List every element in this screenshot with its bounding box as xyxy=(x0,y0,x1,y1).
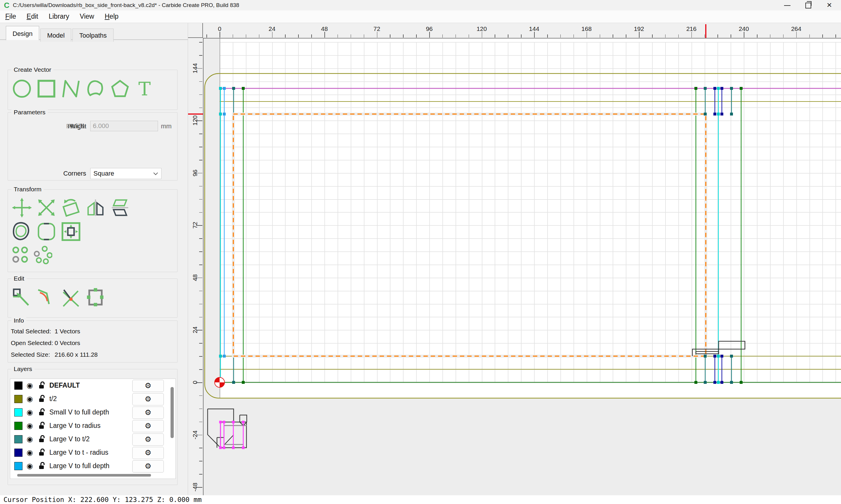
horizontal-ruler: 024487296120144168192216240264 xyxy=(203,23,841,38)
selected-vector-rect[interactable] xyxy=(233,114,706,356)
move-icon[interactable] xyxy=(12,197,32,218)
tab[interactable]: Design xyxy=(6,26,39,40)
parameter-input[interactable] xyxy=(90,121,158,131)
window-title: C:/Users/willa/Downloads/rb_box_side_fro… xyxy=(13,2,239,8)
origin-marker xyxy=(214,377,225,387)
unlock-icon[interactable] xyxy=(38,422,45,431)
layer-settings-button[interactable]: ⚙ xyxy=(132,420,164,432)
design-sidebar: DesignModelToolpaths Create Vector T Par… xyxy=(0,23,188,495)
visibility-eye-icon[interactable]: ◉ xyxy=(27,381,33,389)
corners-dropdown[interactable]: Square xyxy=(90,168,161,179)
visibility-eye-icon[interactable]: ◉ xyxy=(27,435,33,443)
info-row: Total Selected: 1 Vectors xyxy=(11,328,174,340)
status-bar: Cursor Position X: 222.600 Y: 123.275 Z:… xyxy=(0,495,841,504)
tab[interactable]: Model xyxy=(40,29,71,42)
unlock-icon[interactable] xyxy=(38,381,45,390)
scale-icon[interactable] xyxy=(36,197,57,218)
rotate-icon[interactable] xyxy=(61,197,82,218)
gear-icon: ⚙ xyxy=(144,448,151,457)
layer-settings-button[interactable]: ⚙ xyxy=(132,447,164,459)
unlock-icon[interactable] xyxy=(38,408,45,417)
gear-icon: ⚙ xyxy=(144,381,151,390)
polyline-icon[interactable] xyxy=(61,78,82,99)
layer-color-swatch[interactable] xyxy=(14,408,22,416)
menu-item[interactable]: Edit xyxy=(21,11,44,22)
ruler-x-label: 240 xyxy=(739,25,749,32)
trim-vectors-icon[interactable] xyxy=(61,287,82,308)
mirror-vertical-icon[interactable] xyxy=(109,197,131,218)
layer-settings-button[interactable]: ⚙ xyxy=(132,433,164,446)
layer-color-swatch[interactable] xyxy=(14,381,22,390)
layer-color-swatch[interactable] xyxy=(14,435,22,443)
info-label: Open Selected: xyxy=(11,340,53,346)
ruler-corner xyxy=(188,23,203,38)
menu-item[interactable]: View xyxy=(74,11,99,22)
layer-settings-button[interactable]: ⚙ xyxy=(132,393,164,406)
circle-icon[interactable] xyxy=(12,78,32,99)
fit-to-stock-icon[interactable] xyxy=(61,221,82,242)
canvas-area: 024487296120144168192216240264 144120967… xyxy=(188,23,841,495)
resize-icon[interactable] xyxy=(85,287,106,308)
layer-row[interactable]: ◉ t/2 ⚙ xyxy=(10,392,175,406)
layers-horizontal-scrollbar[interactable] xyxy=(17,474,151,476)
layer-row[interactable]: ◉ Large V to t - radius ⚙ xyxy=(10,446,175,460)
layer-color-swatch[interactable] xyxy=(14,449,22,457)
ruler-x-label: 192 xyxy=(634,25,644,32)
visibility-eye-icon[interactable]: ◉ xyxy=(27,421,33,430)
layer-settings-button[interactable]: ⚙ xyxy=(132,407,164,419)
rectangle-icon[interactable] xyxy=(36,78,57,99)
layer-color-swatch[interactable] xyxy=(14,395,22,403)
transform-group: Transform xyxy=(7,189,177,272)
stock-outline xyxy=(205,73,841,398)
unlock-icon[interactable] xyxy=(38,449,45,457)
visibility-eye-icon[interactable]: ◉ xyxy=(27,395,33,403)
round-corners-icon[interactable] xyxy=(36,221,57,242)
offset-icon[interactable] xyxy=(12,221,32,242)
tab[interactable]: Toolpaths xyxy=(72,29,113,42)
close-button[interactable]: × xyxy=(820,0,839,11)
polygon-icon[interactable] xyxy=(109,78,131,99)
layers-vertical-scrollbar[interactable] xyxy=(171,387,174,438)
unlock-icon[interactable] xyxy=(38,462,45,471)
menu-item[interactable]: Help xyxy=(99,11,123,22)
layer-name: DEFAULT xyxy=(49,381,80,389)
layer-row[interactable]: ◉ Large V to t/2 ⚙ xyxy=(10,433,175,446)
ruler-x-label: 96 xyxy=(426,25,432,32)
ruler-x-label: 72 xyxy=(374,25,380,32)
layer-name: Large V to full depth xyxy=(49,462,109,470)
cursor-y-marker xyxy=(188,113,203,115)
parameters-group: Parameters Width mm Height mm Radius mm … xyxy=(7,112,177,181)
menu-item[interactable]: File xyxy=(0,11,21,22)
chevron-down-icon xyxy=(153,172,158,175)
ruler-x-label: 168 xyxy=(581,25,591,32)
fillet-icon[interactable] xyxy=(36,287,57,308)
layer-color-swatch[interactable] xyxy=(14,422,22,430)
node-edit-icon[interactable] xyxy=(12,287,32,308)
circular-array-icon[interactable] xyxy=(34,246,52,264)
grid-array-icon[interactable] xyxy=(12,246,30,264)
unlock-icon[interactable] xyxy=(38,435,45,444)
curve-icon[interactable] xyxy=(85,78,106,99)
design-canvas[interactable] xyxy=(204,38,841,495)
ruler-x-label: 216 xyxy=(686,25,697,32)
visibility-eye-icon[interactable]: ◉ xyxy=(27,448,33,456)
unlock-icon[interactable] xyxy=(38,395,45,404)
layer-name: Large V to t/2 xyxy=(49,435,90,443)
layer-settings-button[interactable]: ⚙ xyxy=(132,380,164,392)
layer-color-swatch[interactable] xyxy=(14,462,22,470)
restore-icon xyxy=(805,3,811,8)
layer-settings-button[interactable]: ⚙ xyxy=(132,460,164,472)
text-icon[interactable]: T xyxy=(134,78,155,99)
minimize-button[interactable] xyxy=(778,0,796,11)
cursor-position-readout: Cursor Position X: 222.600 Y: 123.275 Z:… xyxy=(3,496,202,503)
restore-button[interactable] xyxy=(799,0,818,11)
layer-row[interactable]: ◉ Large V to full depth ⚙ xyxy=(10,460,175,473)
layer-row[interactable]: ◉ DEFAULT ⚙ xyxy=(10,379,175,392)
layer-row[interactable]: ◉ Small V to full depth ⚙ xyxy=(10,406,175,419)
visibility-eye-icon[interactable]: ◉ xyxy=(27,462,33,470)
group-title: Layers xyxy=(12,365,34,373)
visibility-eye-icon[interactable]: ◉ xyxy=(27,408,33,416)
menu-item[interactable]: Library xyxy=(44,11,74,22)
mirror-horizontal-icon[interactable] xyxy=(85,197,106,218)
layer-row[interactable]: ◉ Large V to radius ⚙ xyxy=(10,419,175,433)
